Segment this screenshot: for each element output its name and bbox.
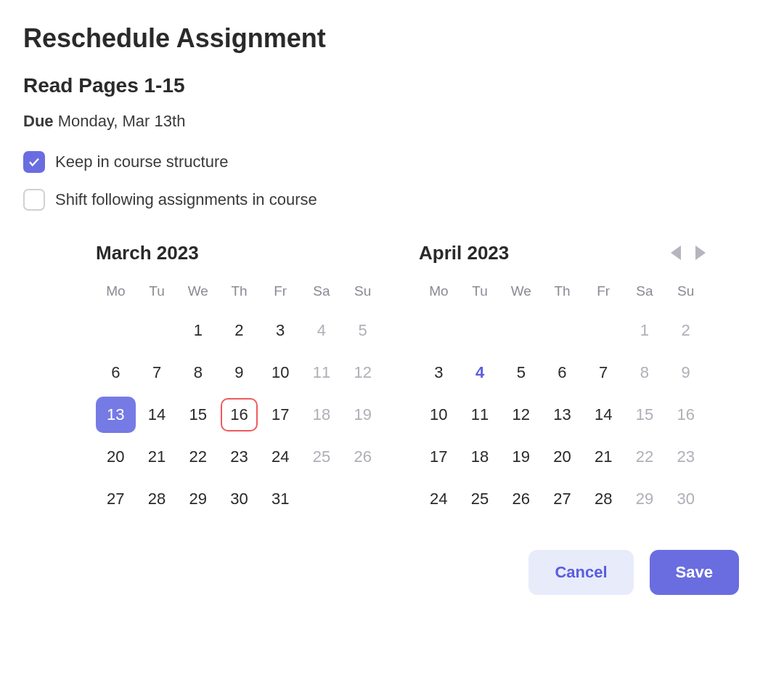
calendar-day[interactable]: 15: [178, 397, 218, 433]
calendar-day[interactable]: 22: [625, 439, 665, 475]
save-button[interactable]: Save: [650, 550, 739, 595]
calendar-day[interactable]: 3: [261, 312, 301, 349]
calendar-day[interactable]: 17: [261, 397, 301, 433]
calendar-day[interactable]: 8: [178, 354, 218, 391]
calendar-day[interactable]: 19: [501, 439, 541, 475]
calendar-day-empty: [343, 481, 383, 517]
calendar-day[interactable]: 22: [178, 439, 218, 475]
cancel-button[interactable]: Cancel: [528, 550, 633, 595]
calendar-day[interactable]: 19: [343, 397, 383, 433]
weekday-row: MoTuWeThFrSaSu: [96, 283, 383, 299]
calendar-day[interactable]: 30: [219, 481, 259, 517]
calendar-day[interactable]: 7: [137, 354, 177, 391]
weekday-label: Tu: [460, 283, 500, 299]
shift-following-option: Shift following assignments in course: [23, 189, 761, 211]
calendar-day[interactable]: 20: [96, 439, 136, 475]
weekday-label: We: [178, 283, 218, 299]
calendar-day-empty: [501, 312, 541, 349]
calendar-day[interactable]: 31: [261, 481, 301, 517]
calendar-day[interactable]: 24: [261, 439, 301, 475]
calendar-day[interactable]: 5: [501, 354, 541, 391]
calendar-day[interactable]: 24: [419, 481, 459, 517]
calendar-day[interactable]: 5: [343, 312, 383, 349]
check-icon: [28, 155, 41, 169]
calendar-day[interactable]: 12: [501, 397, 541, 433]
calendar-day[interactable]: 1: [625, 312, 665, 349]
due-label: Due: [23, 112, 54, 130]
weekday-row: MoTuWeThFrSaSu: [419, 283, 706, 299]
calendar-day[interactable]: 16: [219, 397, 259, 433]
calendar-day[interactable]: 2: [666, 312, 706, 349]
due-line: Due Monday, Mar 13th: [23, 112, 761, 131]
calendar-day[interactable]: 2: [219, 312, 259, 349]
calendar-day[interactable]: 27: [96, 481, 136, 517]
shift-following-checkbox[interactable]: [23, 189, 45, 211]
calendar-day[interactable]: 23: [666, 439, 706, 475]
calendar-day-empty: [584, 312, 624, 349]
calendar-day-empty: [137, 312, 177, 349]
page-title: Reschedule Assignment: [23, 23, 761, 54]
weekday-label: Sa: [625, 283, 665, 299]
month-label: March 2023: [96, 242, 199, 264]
calendar-day[interactable]: 21: [584, 439, 624, 475]
calendar-day[interactable]: 6: [542, 354, 582, 391]
weekday-label: Th: [542, 283, 582, 299]
calendar-day[interactable]: 4: [302, 312, 342, 349]
shift-following-label: Shift following assignments in course: [55, 190, 317, 209]
calendar-day[interactable]: 9: [219, 354, 259, 391]
calendar-day[interactable]: 26: [501, 481, 541, 517]
weekday-label: Fr: [261, 283, 301, 299]
calendar-day[interactable]: 12: [343, 354, 383, 391]
weekday-label: Mo: [96, 283, 136, 299]
calendar-day[interactable]: 28: [584, 481, 624, 517]
due-date-text: Monday, Mar 13th: [58, 112, 186, 130]
calendar-day[interactable]: 14: [584, 397, 624, 433]
calendar-day[interactable]: 18: [460, 439, 500, 475]
calendar-day[interactable]: 6: [96, 354, 136, 391]
calendar-day[interactable]: 28: [137, 481, 177, 517]
assignment-name: Read Pages 1-15: [23, 74, 761, 97]
weekday-label: Tu: [137, 283, 177, 299]
calendar-day[interactable]: 29: [178, 481, 218, 517]
calendar-day[interactable]: 13: [96, 397, 136, 433]
calendar-day[interactable]: 29: [625, 481, 665, 517]
calendar-day[interactable]: 10: [419, 397, 459, 433]
calendar-day-empty: [419, 312, 459, 349]
calendar-month: April 2023MoTuWeThFrSaSu1234567891011121…: [419, 240, 706, 517]
calendar-day[interactable]: 11: [302, 354, 342, 391]
calendar-day[interactable]: 30: [666, 481, 706, 517]
keep-in-structure-checkbox[interactable]: [23, 151, 45, 173]
calendar-day[interactable]: 3: [419, 354, 459, 391]
weekday-label: Sa: [302, 283, 342, 299]
calendar-day[interactable]: 13: [542, 397, 582, 433]
calendar-day[interactable]: 20: [542, 439, 582, 475]
calendar-day-empty: [96, 312, 136, 349]
weekday-label: Su: [343, 283, 383, 299]
calendar-day[interactable]: 16: [666, 397, 706, 433]
calendar-day[interactable]: 9: [666, 354, 706, 391]
calendar-day[interactable]: 1: [178, 312, 218, 349]
month-label: April 2023: [419, 242, 509, 264]
keep-in-structure-option: Keep in course structure: [23, 151, 761, 173]
calendar-day[interactable]: 7: [584, 354, 624, 391]
calendar-day[interactable]: 17: [419, 439, 459, 475]
weekday-label: Mo: [419, 283, 459, 299]
calendar-day[interactable]: 10: [261, 354, 301, 391]
calendar-day[interactable]: 21: [137, 439, 177, 475]
calendar-day[interactable]: 25: [460, 481, 500, 517]
next-month-icon[interactable]: [695, 246, 706, 260]
keep-in-structure-label: Keep in course structure: [55, 153, 228, 171]
calendar-day[interactable]: 11: [460, 397, 500, 433]
calendar-day[interactable]: 8: [625, 354, 665, 391]
calendar-day[interactable]: 26: [343, 439, 383, 475]
dialog-actions: Cancel Save: [23, 550, 761, 595]
calendar-day-empty: [460, 312, 500, 349]
calendar-day[interactable]: 27: [542, 481, 582, 517]
calendar-day[interactable]: 14: [137, 397, 177, 433]
calendar-day[interactable]: 18: [302, 397, 342, 433]
prev-month-icon[interactable]: [671, 246, 681, 260]
calendar-day[interactable]: 4: [460, 354, 500, 391]
calendar-day[interactable]: 15: [625, 397, 665, 433]
calendar-day[interactable]: 25: [302, 439, 342, 475]
calendar-day[interactable]: 23: [219, 439, 259, 475]
